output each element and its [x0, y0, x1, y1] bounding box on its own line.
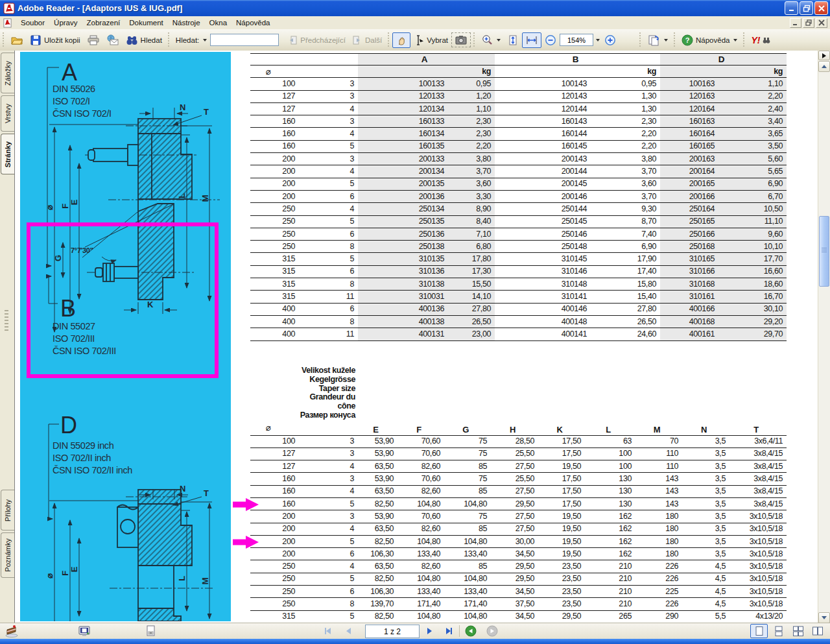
scrollbar-thumb[interactable]: [819, 216, 829, 287]
next-view-button[interactable]: [483, 624, 501, 638]
sidebar-tab-přílohy[interactable]: Přílohy: [1, 490, 14, 531]
toolbar-grip[interactable]: [473, 32, 476, 48]
table1-cell: 15,80: [591, 278, 660, 291]
table2-cell: 130: [585, 473, 635, 485]
first-page-button[interactable]: [319, 624, 337, 638]
table2-cell: 3,5: [682, 523, 729, 535]
table2-cell: 3x10,5/18: [729, 573, 787, 585]
close-button[interactable]: [814, 1, 828, 15]
sidebar-tab-vrstvy[interactable]: Vrstvy: [1, 95, 14, 132]
menu-item[interactable]: Zobrazení: [82, 18, 125, 28]
pane-resize-grip[interactable]: [5, 310, 8, 332]
toolbar-grip[interactable]: [387, 32, 390, 48]
table2-cell: 27,50: [491, 523, 538, 535]
previous-view-button[interactable]: [462, 624, 480, 638]
table1-cell: 200134: [358, 165, 448, 178]
find-previous-button[interactable]: Předcházející: [284, 33, 349, 47]
open-button[interactable]: [7, 32, 27, 48]
sidebar-tab-stránky[interactable]: Stránky: [1, 134, 14, 174]
table2-cell: 171,40: [397, 598, 444, 610]
hand-tool-button[interactable]: [392, 32, 410, 48]
table2-row: 200463,5082,608527,5019,501621803,53x10,…: [250, 523, 787, 535]
table2-cell: 162: [585, 510, 635, 523]
table2-cell: 160: [250, 485, 299, 497]
table2-cell: 19,50: [538, 535, 585, 547]
doc-restore-button[interactable]: [803, 18, 814, 28]
scroll-down-button[interactable]: [818, 612, 830, 623]
scroll-up-button[interactable]: [818, 61, 830, 72]
table1-cell: 4: [299, 102, 358, 115]
find-dropdown[interactable]: Hledat:: [172, 34, 210, 46]
select-tool-button[interactable]: Vybrat: [410, 32, 451, 48]
svg-text:?: ?: [685, 36, 690, 44]
table2-cell: 4: [299, 560, 358, 573]
group-header-b: B: [495, 54, 660, 66]
toolbar-grip[interactable]: [167, 32, 171, 48]
toolbar-grip[interactable]: [673, 32, 676, 48]
table1-cell: 200143: [495, 153, 591, 165]
title-bar[interactable]: Adobe Reader - [Adaptors IUS & IUG.pdf]: [0, 0, 830, 16]
save-copy-label: Uložit kopii: [44, 36, 80, 44]
column-letter: M: [635, 420, 682, 435]
table1-row: 10031001330,951001430,951001631,10: [250, 78, 787, 90]
menu-item[interactable]: Nástroje: [168, 18, 205, 28]
table2-row: 2506106,30133,40133,4034,5023,502102254,…: [250, 586, 787, 598]
dropdown-arrow-icon: [497, 39, 501, 42]
fit-width-button[interactable]: [522, 32, 541, 48]
next-page-button[interactable]: [420, 624, 438, 638]
zoom-out-button[interactable]: [541, 32, 560, 48]
continuous-facing-mode-button[interactable]: [789, 624, 807, 638]
facing-mode-button[interactable]: [809, 624, 826, 638]
table1-row: 315631013617,3031014617,4031016616,60: [250, 265, 787, 278]
last-page-button[interactable]: [440, 624, 458, 638]
menu-item[interactable]: Okna: [205, 18, 232, 28]
doc-close-button[interactable]: [816, 18, 827, 28]
sidebar-tab-záložky[interactable]: Záložky: [1, 53, 14, 93]
table2-row: 250582,50104,80104,8029,5023,502102264,5…: [250, 573, 787, 585]
toolbar-grip[interactable]: [639, 32, 642, 48]
menu-item[interactable]: Dokument: [124, 18, 167, 28]
sidebar-tab-poznámky[interactable]: Poznámky: [1, 532, 14, 578]
find-previous-label: Předcházející: [300, 36, 346, 44]
search-button[interactable]: Hledat: [123, 32, 165, 48]
menu-item[interactable]: Úpravy: [49, 18, 82, 28]
snapshot-tool-button[interactable]: [451, 32, 471, 47]
fullscreen-monitor-icon[interactable]: [78, 625, 91, 638]
doc-minimize-button[interactable]: [790, 18, 801, 28]
print-button[interactable]: [84, 32, 103, 48]
table1-cell: 27,80: [448, 303, 495, 315]
continuous-facing-icon: [792, 626, 804, 636]
previous-page-button[interactable]: [340, 624, 358, 638]
table1-row: 25062501367,102501467,402501669,60: [250, 228, 787, 240]
vertical-scrollbar[interactable]: [818, 51, 830, 623]
zoom-level-dropdown[interactable]: [593, 37, 601, 43]
menu-item[interactable]: Soubor: [16, 18, 49, 28]
table1-cell: 17,30: [448, 265, 495, 278]
single-page-mode-button[interactable]: [750, 624, 768, 638]
continuous-mode-button[interactable]: [770, 624, 787, 638]
zoom-in-button[interactable]: [601, 32, 619, 48]
yahoo-toolbar-button[interactable]: Y!: [748, 33, 774, 47]
page-indicator-field[interactable]: 1 z 2: [365, 625, 420, 638]
scroll-options-button[interactable]: [818, 51, 830, 60]
toolbar-grip[interactable]: [742, 32, 746, 48]
minimize-button[interactable]: [785, 1, 798, 15]
find-input[interactable]: [210, 34, 279, 46]
save-copy-button[interactable]: Uložit kopii: [27, 32, 84, 48]
table2-cell: 250: [250, 573, 299, 585]
zoom-tool-button[interactable]: [478, 32, 504, 48]
zoom-level-input[interactable]: [560, 34, 593, 46]
document-page[interactable]: A DIN 55026 ISO 702/I ČSN ISO 702/I N T …: [15, 51, 818, 623]
page-layout-button[interactable]: [644, 32, 671, 48]
fit-page-button[interactable]: [504, 32, 522, 48]
page-view-icon[interactable]: [144, 625, 157, 638]
email-button[interactable]: [103, 32, 123, 48]
help-button[interactable]: ? Nápověda: [678, 32, 741, 48]
table2-cell: 3x8,4/15: [729, 497, 787, 510]
table1-cell: 310168: [660, 278, 718, 291]
restore-button[interactable]: [800, 1, 813, 15]
find-next-button[interactable]: Další: [349, 33, 385, 47]
table1-cell: 9,30: [591, 203, 660, 215]
menu-item[interactable]: Nápověda: [231, 18, 274, 28]
toolbar-grip[interactable]: [2, 32, 5, 48]
